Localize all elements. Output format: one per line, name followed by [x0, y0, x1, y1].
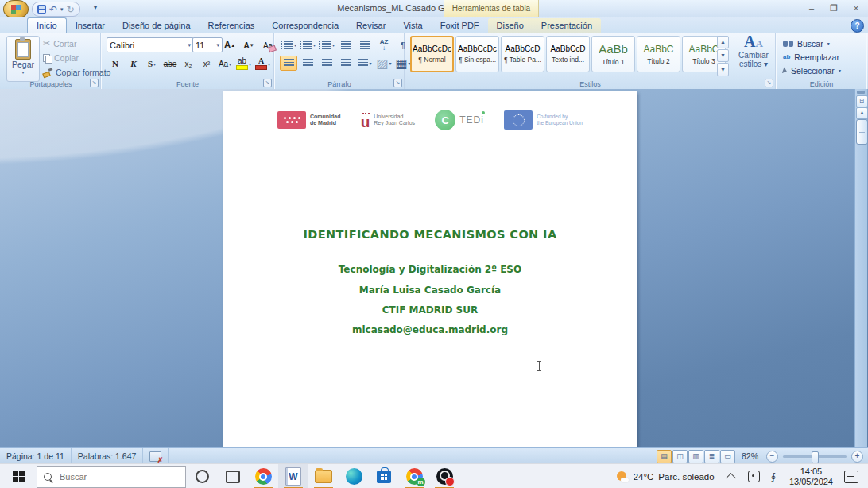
taskbar-app-obs[interactable]	[429, 464, 459, 488]
tab-insertar[interactable]: Insertar	[67, 18, 114, 33]
bold-button[interactable]: N	[107, 56, 124, 72]
format-painter-button[interactable]: Copiar formato	[43, 66, 110, 78]
taskbar-search[interactable]	[37, 466, 186, 488]
search-input[interactable]	[58, 471, 165, 482]
style-titulo-2[interactable]: AaBbC Título 2	[637, 36, 680, 72]
tab-referencias[interactable]: Referencias	[200, 18, 264, 33]
line-spacing-button[interactable]: ▾	[356, 56, 374, 71]
word-count[interactable]: Palabras: 1.647	[72, 448, 144, 464]
parrafo-dialog-launcher-icon[interactable]: ↘	[393, 79, 402, 87]
tab-presentacion-tabla[interactable]: Presentación	[533, 18, 601, 33]
clear-formatting-button[interactable]: Aa	[259, 37, 277, 53]
zoom-in-button[interactable]: +	[851, 451, 863, 463]
style-texto-independiente[interactable]: AaBbCcD Texto ind...	[546, 36, 590, 72]
tray-expand-icon[interactable]	[726, 473, 736, 483]
style-sin-espaciado[interactable]: AaBbCcDc ¶ Sin espa...	[455, 36, 499, 72]
draft-view-button[interactable]: ▭	[720, 450, 735, 463]
taskbar-weather[interactable]: 24°C Parc. soleado	[611, 471, 719, 483]
scroll-up-icon[interactable]: ▲	[856, 107, 868, 119]
zoom-out-button[interactable]: −	[766, 451, 778, 463]
fullscreen-reading-view-button[interactable]: ◫	[672, 450, 688, 463]
close-button[interactable]: ×	[849, 2, 863, 14]
align-center-button[interactable]	[299, 56, 316, 71]
copy-button[interactable]: Copiar	[43, 52, 110, 64]
tab-revisar[interactable]: Revisar	[347, 18, 394, 33]
outline-view-button[interactable]: ≣	[704, 450, 719, 463]
taskbar-app-explorer[interactable]	[308, 464, 339, 488]
grow-font-button[interactable]: A▲	[221, 37, 238, 53]
find-button[interactable]: Buscar▾	[783, 38, 841, 48]
multilevel-list-button[interactable]: ▾	[318, 37, 335, 52]
subscript-button[interactable]: x₂	[180, 56, 197, 72]
spellcheck-status[interactable]	[143, 448, 169, 464]
taskbar-app-word[interactable]: W	[278, 464, 308, 488]
task-view-button[interactable]	[218, 464, 248, 488]
split-handle[interactable]	[857, 91, 865, 94]
zoom-slider[interactable]	[783, 455, 847, 458]
cut-button[interactable]: ✂ Cortar	[43, 37, 110, 49]
align-left-button[interactable]	[280, 56, 297, 71]
web-layout-view-button[interactable]: ▥	[688, 450, 703, 463]
paste-button[interactable]: Pegar ▾	[6, 36, 40, 82]
taskbar-app-chrome[interactable]	[248, 464, 278, 488]
numbering-button[interactable]: ▾	[299, 37, 316, 52]
font-name-select[interactable]: Calibri▾	[107, 37, 194, 52]
start-button[interactable]	[0, 464, 37, 488]
vertical-scrollbar[interactable]: ⊟ ▲	[854, 89, 867, 447]
help-icon[interactable]: ?	[851, 19, 864, 33]
tab-diseno-de-pagina[interactable]: Diseño de página	[114, 18, 200, 33]
shrink-font-button[interactable]: A▼	[240, 37, 258, 53]
taskbar-app-store[interactable]	[369, 464, 399, 488]
styles-scroll-down-icon[interactable]: ▼	[717, 49, 729, 62]
cortana-button[interactable]	[186, 464, 218, 488]
taskbar-app-edge[interactable]	[339, 464, 369, 488]
paste-dropdown-icon[interactable]: ▾	[21, 69, 24, 75]
replace-button[interactable]: ab Reemplazar	[783, 52, 841, 62]
superscript-button[interactable]: x²	[198, 56, 215, 72]
zoom-level[interactable]: 82%	[742, 451, 758, 461]
align-right-button[interactable]	[318, 56, 335, 71]
style-titulo-1[interactable]: AaBb Título 1	[591, 36, 635, 72]
styles-more-icon[interactable]: ▼	[717, 63, 729, 76]
scrollbar-thumb[interactable]	[856, 119, 868, 145]
style-table-paragraph[interactable]: AaBbCcD ¶ Table Pa...	[501, 36, 544, 72]
portapapeles-dialog-launcher-icon[interactable]: ↘	[90, 79, 99, 87]
zoom-slider-thumb[interactable]	[812, 451, 819, 463]
underline-button[interactable]: S▾	[143, 56, 161, 72]
tray-app-icon-1[interactable]	[748, 471, 760, 482]
justify-button[interactable]	[337, 56, 355, 71]
tray-app-icon-2[interactable]: ∮	[771, 471, 776, 482]
estilos-dialog-launcher-icon[interactable]: ↘	[765, 79, 773, 87]
page-indicator[interactable]: Página: 1 de 11	[0, 448, 72, 464]
increase-indent-button[interactable]	[356, 37, 374, 52]
font-color-button[interactable]: A▾	[254, 56, 272, 72]
taskbar-app-chrome-profile[interactable]: m	[399, 464, 429, 488]
fuente-dialog-launcher-icon[interactable]: ↘	[263, 79, 272, 87]
bullets-button[interactable]: ▾	[280, 37, 297, 52]
font-size-select[interactable]: 11▾	[192, 37, 223, 52]
tab-vista[interactable]: Vista	[394, 18, 431, 33]
italic-button[interactable]: K	[125, 56, 142, 72]
tab-foxit-pdf[interactable]: Foxit PDF	[432, 18, 488, 33]
tab-correspondencia[interactable]: Correspondencia	[263, 18, 347, 33]
document-page[interactable]: Comunidadde Madrid u UniversidadRey Juan…	[223, 91, 637, 447]
minimize-button[interactable]: –	[804, 2, 819, 14]
document-canvas[interactable]: Comunidadde Madrid u UniversidadRey Juan…	[0, 89, 868, 447]
ruler-toggle-icon[interactable]: ⊟	[856, 95, 868, 107]
action-center-icon[interactable]	[844, 471, 858, 483]
select-button[interactable]: Seleccionar▾	[783, 65, 841, 76]
tab-diseno-tabla[interactable]: Diseño	[488, 18, 533, 33]
highlight-color-button[interactable]: ab▾	[234, 56, 253, 72]
style-normal[interactable]: AaBbCcDc ¶ Normal	[410, 36, 454, 72]
change-styles-button[interactable]: AA Cambiar estilos ▾	[733, 36, 774, 80]
sort-button[interactable]: AZ	[375, 37, 393, 52]
decrease-indent-button[interactable]	[337, 37, 355, 52]
styles-scroll-up-icon[interactable]: ▲	[717, 36, 729, 48]
taskbar-clock[interactable]: 14:05 13/05/2024	[781, 467, 841, 487]
tab-inicio[interactable]: Inicio	[27, 17, 67, 33]
maximize-button[interactable]: ❐	[827, 2, 841, 14]
print-layout-view-button[interactable]: ▤	[657, 450, 672, 463]
shading-button[interactable]: ▨▾	[375, 56, 393, 71]
change-case-button[interactable]: Aa▾	[216, 56, 234, 72]
strikethrough-button[interactable]: abe	[161, 56, 179, 72]
